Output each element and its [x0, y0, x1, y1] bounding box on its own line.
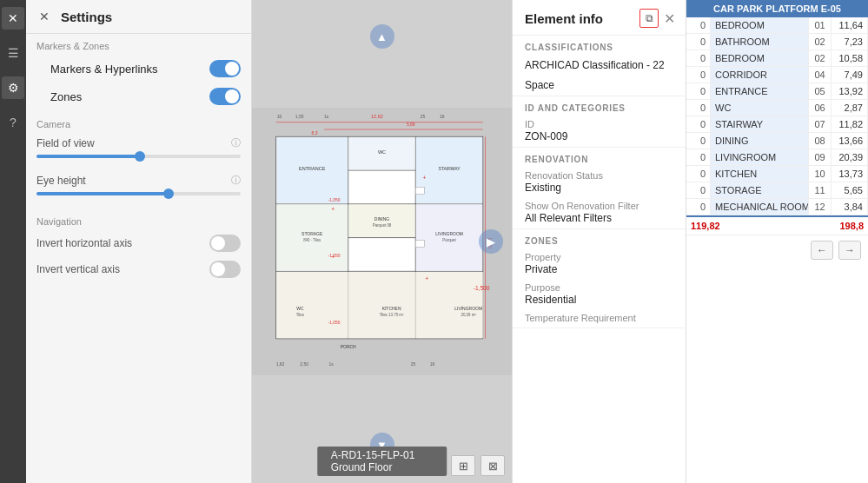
renovation-title: Renovation [513, 148, 686, 168]
help-icon[interactable]: ? [2, 111, 24, 134]
zones-section-title: ZONES [513, 229, 686, 249]
svg-text:5,89: 5,89 [407, 122, 415, 127]
invert-vertical-toggle[interactable] [209, 261, 241, 278]
cell-room: STAIRWAY [711, 116, 809, 132]
id-categories-section: ID AND CATEGORIES ID ZON-009 [513, 96, 686, 148]
field-of-view-slider[interactable] [36, 155, 241, 158]
svg-text:16: 16 [440, 114, 445, 119]
zones-toggle[interactable] [209, 88, 241, 105]
property-label: Property [525, 252, 673, 262]
eye-height-label: Eye height [36, 175, 86, 187]
cell-area: 13,73 [832, 166, 868, 182]
table-row: 0 DINING 08 13,66 [686, 133, 868, 149]
renovation-status-label: Renovation Status [525, 170, 673, 181]
eye-height-row: Eye height ⓘ [26, 170, 251, 208]
cell-room: MECHANICAL ROOM [711, 199, 809, 215]
svg-text:ENTRANCE: ENTRANCE [299, 166, 326, 171]
svg-text:PORCH: PORCH [341, 344, 356, 349]
table-row: 0 ENTRANCE 05 13,92 [686, 83, 868, 100]
cell-code: 04 [809, 67, 832, 83]
nav-up-button[interactable]: ▲ [370, 24, 394, 49]
field-of-view-thumb[interactable] [135, 151, 145, 162]
settings-sidebar: ✕ Settings Markers & Zones Markers & Hyp… [26, 0, 252, 483]
cell-code: 01 [809, 17, 832, 33]
floorplan-area[interactable]: ENTRANCE WC STAIRWAY STORAGE 840 · Tiles… [252, 0, 512, 483]
space-row: Space [513, 76, 686, 96]
table-rows: 0 BEDROOM 01 11,64 0 BATHROOM 02 7,23 0 … [686, 17, 868, 215]
table-total-row: 119,82 198,8 [686, 215, 868, 235]
table-row: 0 MECHANICAL ROOM 12 3,84 [686, 199, 868, 215]
floorplan-svg: ENTRANCE WC STAIRWAY STORAGE 840 · Tiles… [252, 0, 512, 483]
cell-num: 0 [686, 83, 711, 99]
bottom-toolbar: ⊞ ⊠ [451, 455, 505, 476]
invert-vertical-item: Invert vertical axis [26, 256, 251, 282]
table-prev-button[interactable]: ← [811, 241, 833, 260]
cell-code: 11 [809, 182, 832, 198]
element-info-actions: ⧉ ✕ [639, 9, 675, 28]
svg-text:DINING: DINING [374, 216, 390, 222]
zones-item: Zones [26, 83, 251, 110]
nav-right-button[interactable]: ▶ [479, 229, 503, 254]
menu-icon[interactable]: ☰ [2, 42, 24, 64]
cell-area: 11,82 [832, 116, 868, 132]
toolbar-share-button[interactable]: ⊞ [451, 455, 475, 476]
total-label: 119,82 [691, 221, 827, 231]
svg-rect-16 [276, 272, 483, 338]
svg-text:8,3: 8,3 [312, 130, 318, 136]
show-renovation-value: All Relevant Filters [525, 211, 673, 224]
field-of-view-info-icon[interactable]: ⓘ [231, 136, 241, 149]
svg-text:LIVINGROOM: LIVINGROOM [435, 231, 463, 236]
svg-text:1s: 1s [329, 361, 335, 367]
markers-hyperlinks-toggle[interactable] [209, 60, 241, 77]
sidebar-title: Settings [61, 10, 112, 24]
toolbar-settings-button[interactable]: ⊠ [480, 455, 505, 476]
invert-horizontal-toggle[interactable] [209, 235, 241, 252]
settings-icon[interactable]: ⚙ [2, 76, 24, 99]
copy-icon: ⧉ [646, 12, 653, 24]
cell-num: 0 [686, 199, 711, 215]
cell-area: 7,49 [832, 67, 868, 83]
element-info-close-button[interactable]: ✕ [664, 10, 675, 27]
show-renovation-row: Show On Renovation Filter All Relevant F… [513, 198, 686, 228]
cell-area: 10,58 [832, 50, 868, 66]
id-row: ID ZON-009 [513, 116, 686, 147]
table-next-button[interactable]: → [838, 241, 861, 260]
markers-hyperlinks-item: Markers & Hyperlinks [26, 55, 251, 83]
classifications-section: Classifications ARCHICAD Classification … [513, 36, 686, 96]
archicad-classification-row: ARCHICAD Classification - 22 [513, 56, 686, 76]
cell-area: 11,64 [832, 17, 868, 33]
right-table-panel: CAR PARK PLATFORM E-05 0 BEDROOM 01 11,6… [686, 0, 868, 483]
element-info-panel: Element info ⧉ ✕ Classifications ARCHICA… [512, 0, 686, 483]
icon-rail: ✕ ☰ ⚙ ? [0, 0, 26, 483]
close-icon[interactable]: ✕ [2, 7, 24, 30]
element-info-copy-button[interactable]: ⧉ [639, 9, 659, 28]
cell-num: 0 [686, 133, 711, 149]
eye-height-thumb[interactable] [163, 189, 174, 199]
cell-code: 02 [809, 50, 832, 66]
cell-area: 2,87 [832, 100, 868, 116]
cell-room: ENTRANCE [711, 83, 809, 99]
svg-text:1s: 1s [324, 114, 329, 119]
svg-text:-1,050: -1,050 [328, 253, 340, 258]
eye-height-info-icon[interactable]: ⓘ [231, 174, 241, 187]
svg-text:+: + [331, 206, 335, 212]
cell-room: BEDROOM [711, 50, 809, 66]
cell-room: KITCHEN [711, 166, 809, 182]
svg-text:Tiles 13.75 m²: Tiles 13.75 m² [380, 313, 404, 317]
element-info-header: Element info ⧉ ✕ [513, 0, 686, 36]
archicad-label: ARCHICAD Classification - 22 [525, 58, 673, 71]
svg-rect-57 [415, 240, 424, 247]
table-row: 0 WC 06 2,87 [686, 100, 868, 116]
temp-label: Temperature Requirement [525, 313, 673, 323]
cell-code: 12 [809, 199, 832, 215]
svg-text:-1,050: -1,050 [328, 197, 340, 202]
eye-height-slider[interactable] [36, 192, 241, 195]
svg-text:+: + [423, 175, 427, 181]
id-categories-title: ID AND CATEGORIES [513, 96, 686, 116]
purpose-row: Purpose Residential [513, 280, 686, 310]
field-of-view-fill [36, 155, 139, 158]
svg-text:WC: WC [296, 306, 304, 311]
cell-room: BEDROOM [711, 17, 809, 33]
svg-rect-56 [415, 187, 424, 194]
sidebar-close-button[interactable]: ✕ [36, 9, 52, 24]
